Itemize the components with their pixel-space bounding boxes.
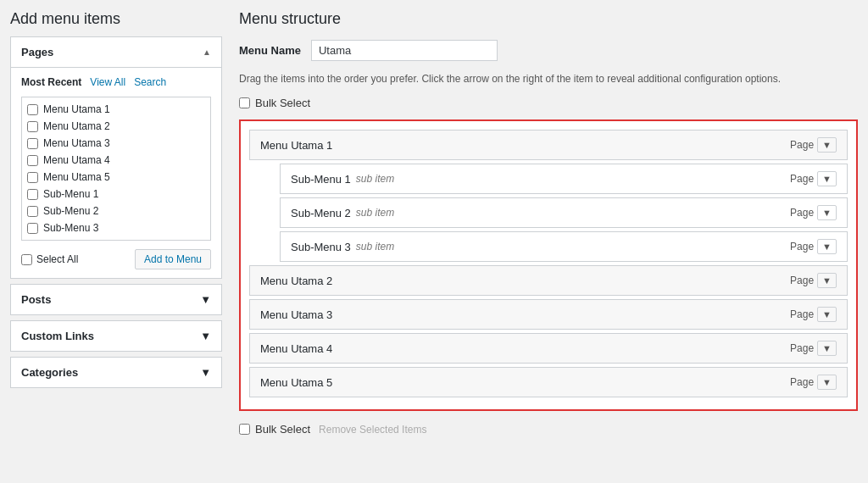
list-item: Sub-Menu 2 — [27, 203, 205, 219]
page-label-6: Sub-Menu 1 — [43, 188, 98, 200]
page-checkbox-8[interactable] — [27, 223, 38, 234]
bottom-bulk-select-checkbox[interactable] — [239, 424, 250, 435]
menu-item-sub2-right: Page ▼ — [790, 205, 837, 220]
bottom-bulk-select-label: Bulk Select — [255, 423, 310, 436]
left-panel: Add menu items Pages ▲ Most Recent View … — [10, 10, 222, 473]
menu-item-sub2-type: Page — [790, 207, 814, 219]
menu-item-utama1-type: Page — [790, 139, 814, 151]
menu-item-utama2-dropdown[interactable]: ▼ — [817, 273, 837, 288]
menu-item-utama3: Menu Utama 3 Page ▼ — [249, 299, 848, 330]
menu-name-row: Menu Name — [239, 40, 858, 61]
pages-accordion-label: Pages — [21, 46, 53, 58]
right-panel: Menu structure Menu Name Drag the items … — [239, 10, 858, 473]
list-item: Menu Utama 5 — [27, 169, 205, 186]
categories-chevron-icon: ▼ — [200, 366, 211, 379]
pages-accordion-header[interactable]: Pages ▲ — [11, 37, 221, 67]
categories-accordion: Categories ▼ — [10, 357, 222, 388]
remove-selected-link[interactable]: Remove Selected Items — [319, 424, 426, 436]
menu-item-sub1-type: Page — [790, 173, 814, 185]
menu-item-sub3-dropdown[interactable]: ▼ — [817, 239, 837, 254]
menu-item-utama5-dropdown[interactable]: ▼ — [817, 375, 837, 390]
menu-item-sub1-right: Page ▼ — [790, 171, 837, 186]
custom-links-accordion: Custom Links ▼ — [10, 320, 222, 352]
page-label-4: Menu Utama 4 — [43, 154, 110, 166]
menu-name-label: Menu Name — [239, 44, 301, 57]
menu-item-utama5: Menu Utama 5 Page ▼ — [249, 367, 848, 397]
posts-chevron-icon: ▼ — [200, 293, 211, 306]
menu-item-sub2-label: Sub-Menu 2 — [291, 207, 351, 219]
menu-item-sub3-right: Page ▼ — [790, 239, 837, 254]
menu-item-sub2: Sub-Menu 2 sub item Page ▼ — [280, 197, 848, 228]
menu-item-utama4-type: Page — [790, 342, 814, 354]
page-checkbox-2[interactable] — [27, 121, 38, 132]
list-item: Menu Utama 4 — [27, 152, 205, 169]
posts-accordion-header[interactable]: Posts ▼ — [11, 285, 221, 314]
page-checkbox-3[interactable] — [27, 138, 38, 149]
menu-item-utama1: Menu Utama 1 Page ▼ — [249, 130, 848, 160]
page-label-2: Menu Utama 2 — [43, 120, 110, 132]
menu-item-utama5-label: Menu Utama 5 — [260, 376, 332, 389]
menu-item-utama5-left: Menu Utama 5 — [260, 376, 332, 389]
menu-item-utama2-right: Page ▼ — [790, 273, 837, 288]
pages-tab-links: Most Recent View All Search — [21, 76, 211, 88]
select-all-label[interactable]: Select All — [21, 253, 78, 265]
page-label-3: Menu Utama 3 — [43, 137, 110, 149]
add-to-menu-button[interactable]: Add to Menu — [135, 249, 211, 269]
menu-item-utama3-type: Page — [790, 308, 814, 320]
bottom-row: Bulk Select Remove Selected Items — [239, 423, 858, 436]
menu-item-sub1-dropdown[interactable]: ▼ — [817, 171, 837, 186]
page-checkbox-1[interactable] — [27, 104, 38, 115]
list-item: Menu Utama 2 — [27, 118, 205, 135]
menu-item-sub1-sublabel: sub item — [356, 173, 394, 185]
menu-item-utama1-dropdown[interactable]: ▼ — [817, 137, 837, 153]
menu-item-utama4-label: Menu Utama 4 — [260, 342, 332, 355]
custom-links-accordion-header[interactable]: Custom Links ▼ — [11, 321, 221, 351]
menu-item-sub3-type: Page — [790, 241, 814, 253]
left-panel-title: Add menu items — [10, 10, 222, 28]
list-item: Menu Utama 1 — [27, 101, 205, 118]
categories-accordion-label: Categories — [21, 366, 78, 379]
menu-item-sub3-sublabel: sub item — [356, 241, 394, 253]
right-panel-title: Menu structure — [239, 10, 858, 28]
page-checkbox-4[interactable] — [27, 155, 38, 166]
top-bulk-select-checkbox[interactable] — [239, 97, 250, 108]
menu-item-utama3-dropdown[interactable]: ▼ — [817, 307, 837, 322]
page-checkbox-7[interactable] — [27, 206, 38, 217]
menu-item-sub1: Sub-Menu 1 sub item Page ▼ — [280, 164, 848, 194]
menu-item-sub3-left: Sub-Menu 3 sub item — [291, 241, 394, 253]
tab-most-recent[interactable]: Most Recent — [21, 76, 81, 88]
menu-item-utama4-dropdown[interactable]: ▼ — [817, 341, 837, 356]
menu-item-utama5-type: Page — [790, 376, 814, 388]
list-item: Sub-Menu 3 — [27, 219, 205, 236]
menu-item-sub2-dropdown[interactable]: ▼ — [817, 205, 837, 220]
menu-item-sub2-sublabel: sub item — [356, 207, 394, 219]
custom-links-accordion-label: Custom Links — [21, 330, 94, 342]
page-checkbox-5[interactable] — [27, 172, 38, 183]
menu-item-utama4-left: Menu Utama 4 — [260, 342, 332, 355]
page-checkbox-6[interactable] — [27, 189, 38, 200]
menu-item-sub2-left: Sub-Menu 2 sub item — [291, 207, 394, 219]
tab-search[interactable]: Search — [134, 76, 166, 88]
tab-view-all[interactable]: View All — [90, 76, 125, 88]
bottom-bulk-select-row: Bulk Select — [239, 423, 310, 436]
posts-accordion-label: Posts — [21, 293, 51, 306]
page-label-7: Sub-Menu 2 — [43, 205, 98, 217]
menu-item-sub1-label: Sub-Menu 1 — [291, 173, 351, 186]
select-all-text: Select All — [36, 253, 78, 265]
select-all-checkbox[interactable] — [21, 254, 32, 265]
menu-name-input[interactable] — [311, 40, 498, 61]
page-label-5: Menu Utama 5 — [43, 171, 110, 183]
pages-list: Menu Utama 1 Menu Utama 2 Menu Utama 3 — [21, 97, 211, 241]
page-label-1: Menu Utama 1 — [43, 103, 110, 115]
menu-item-utama4-right: Page ▼ — [790, 341, 837, 356]
menu-structure-box: Menu Utama 1 Page ▼ Sub-Menu 1 sub item … — [239, 119, 858, 411]
menu-item-utama5-right: Page ▼ — [790, 375, 837, 390]
menu-item-utama4: Menu Utama 4 Page ▼ — [249, 333, 848, 364]
select-all-row: Select All Add to Menu — [21, 249, 211, 269]
instruction-text: Drag the items into the order you prefer… — [239, 71, 858, 86]
menu-item-sub3: Sub-Menu 3 sub item Page ▼ — [280, 231, 848, 262]
pages-list-inner: Menu Utama 1 Menu Utama 2 Menu Utama 3 — [22, 97, 210, 240]
categories-accordion-header[interactable]: Categories ▼ — [11, 358, 221, 387]
top-bulk-select-label: Bulk Select — [255, 97, 310, 109]
pages-chevron-icon: ▲ — [203, 47, 211, 57]
